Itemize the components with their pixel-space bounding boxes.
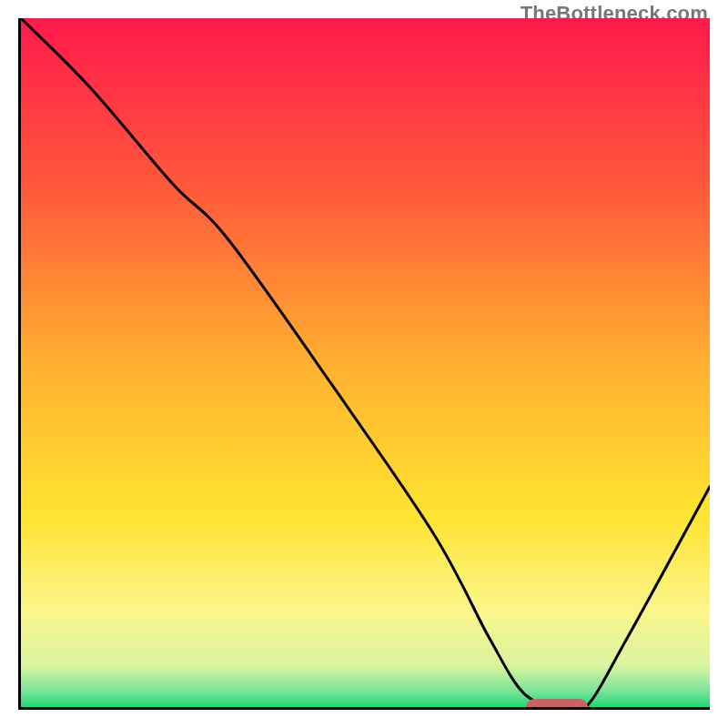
optimal-range-marker [526,699,588,710]
bottleneck-chart [18,18,710,710]
chart-svg [21,18,710,707]
chart-background [21,18,710,707]
